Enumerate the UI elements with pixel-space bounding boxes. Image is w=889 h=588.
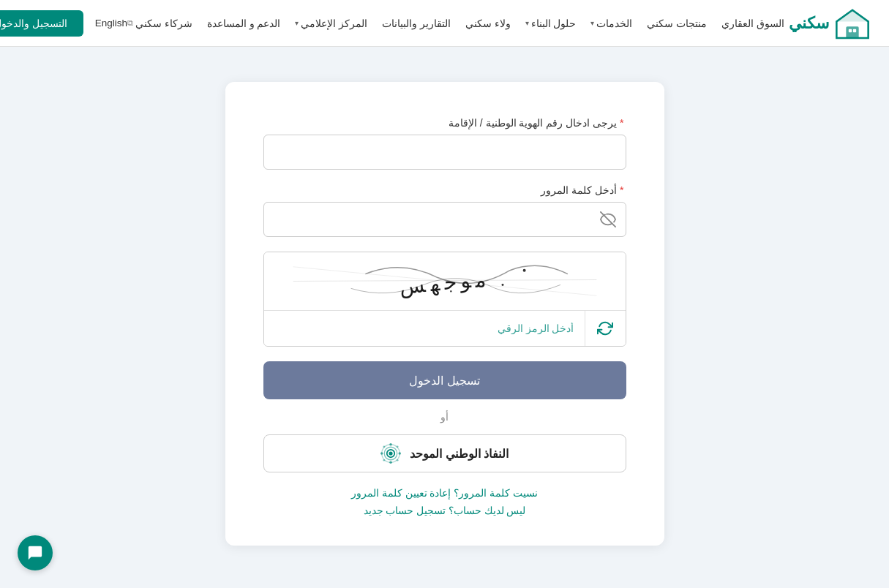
navbar-right: سكني السوق العقاري منتجات سكني الخدمات ح… [127, 7, 871, 39]
svg-point-19 [399, 452, 402, 455]
svg-point-20 [383, 446, 386, 448]
sakani-logo-icon [833, 7, 871, 39]
captcha-refresh-button[interactable] [585, 311, 626, 346]
login-card: * يرجى ادخال رقم الهوية الوطنية / الإقام… [225, 82, 664, 546]
form-links: نسيت كلمة المرور؟ إعادة تعيين كلمة المرو… [263, 487, 626, 516]
no-account-link[interactable]: ليس لديك حساب؟ تسجيل حساب جديد [263, 505, 626, 516]
id-input[interactable] [263, 135, 626, 170]
svg-rect-4 [853, 29, 856, 31]
svg-point-16 [389, 443, 392, 446]
national-access-label: النفاذ الوطني الموحد [410, 447, 509, 461]
svg-point-17 [389, 461, 392, 464]
svg-point-23 [397, 459, 399, 461]
svg-rect-2 [846, 26, 858, 38]
nav-support[interactable]: الدعم و المساعدة [207, 18, 281, 29]
nav-loyalty[interactable]: ولاء سكني [465, 18, 511, 29]
id-required-star: * [620, 117, 623, 129]
language-button[interactable]: English [95, 18, 127, 29]
svg-point-15 [389, 451, 392, 455]
external-link-icon: ⧉ [127, 18, 133, 28]
svg-point-18 [380, 452, 383, 455]
nav-services[interactable]: الخدمات [590, 18, 632, 29]
password-field-group: * أدخل كلمة المرور [263, 184, 626, 237]
navbar: سكني السوق العقاري منتجات سكني الخدمات ح… [0, 0, 889, 47]
navbar-left: English التسجيل والدخول [0, 10, 127, 37]
chat-icon [27, 545, 43, 561]
nav-building-solutions[interactable]: حلول البناء [525, 18, 577, 29]
national-access-icon [380, 443, 401, 464]
refresh-icon [597, 320, 613, 336]
nav-real-estate-market[interactable]: السوق العقاري [721, 18, 784, 29]
id-field-group: * يرجى ادخال رقم الهوية الوطنية / الإقام… [263, 117, 626, 170]
forgot-password-link[interactable]: نسيت كلمة المرور؟ إعادة تعيين كلمة المرو… [263, 487, 626, 499]
captcha-svg: موجهس [264, 252, 626, 310]
password-required-star: * [620, 184, 623, 196]
password-label-text: أدخل كلمة المرور [541, 184, 617, 196]
captcha-image: موجهس [264, 252, 626, 311]
svg-point-10 [522, 269, 525, 272]
nav-links: السوق العقاري منتجات سكني الخدمات حلول ا… [127, 18, 784, 29]
nav-media-center[interactable]: المركز الإعلامي [295, 18, 367, 29]
logo[interactable]: سكني [789, 7, 871, 39]
svg-point-21 [397, 446, 399, 448]
captcha-box: موجهس [263, 252, 626, 347]
svg-point-22 [383, 459, 386, 461]
password-label: * أدخل كلمة المرور [263, 184, 626, 196]
id-label: * يرجى ادخال رقم الهوية الوطنية / الإقام… [263, 117, 626, 129]
login-button[interactable]: تسجيل الدخول [263, 361, 626, 399]
nav-partners[interactable]: شركاء سكني ⧉ [127, 18, 192, 29]
national-access-button[interactable]: النفاذ الوطني الموحد [263, 434, 626, 472]
main-content: * يرجى ادخال رقم الهوية الوطنية / الإقام… [0, 47, 889, 588]
svg-point-11 [501, 284, 503, 286]
svg-rect-3 [849, 29, 852, 31]
logo-text: سكني [789, 14, 829, 33]
or-divider: أو [263, 411, 626, 423]
password-input[interactable] [263, 202, 626, 237]
svg-marker-1 [836, 10, 868, 21]
id-label-text: يرجى ادخال رقم الهوية الوطنية / الإقامة [449, 117, 617, 129]
register-button[interactable]: التسجيل والدخول [0, 10, 83, 37]
captcha-input-row [264, 311, 626, 346]
captcha-input[interactable] [264, 311, 585, 346]
fab-button[interactable] [18, 535, 53, 570]
nav-sakani-products[interactable]: منتجات سكني [647, 18, 707, 29]
nav-reports-data[interactable]: التقارير والبيانات [382, 18, 451, 29]
toggle-password-icon[interactable] [600, 211, 616, 227]
password-wrapper [263, 202, 626, 237]
